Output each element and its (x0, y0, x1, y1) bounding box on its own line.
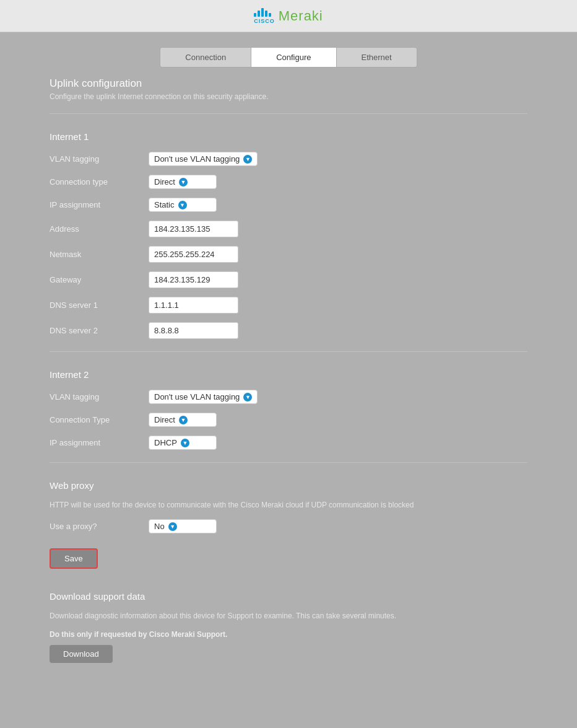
proxy-label: Use a proxy? (50, 522, 149, 531)
divider-2 (50, 351, 527, 352)
internet1-address-row: Address (50, 221, 527, 237)
internet1-dns2-row: DNS server 2 (50, 322, 527, 339)
internet1-ip-label: IP assignment (50, 200, 149, 209)
download-notice: Do this only if requested by Cisco Merak… (50, 630, 527, 639)
cisco-bar-1 (254, 13, 256, 17)
page-title: Uplink configuration (50, 77, 527, 90)
web-proxy-title: Web proxy (50, 475, 527, 491)
internet1-ip-row: IP assignment Static ▼ (50, 198, 527, 212)
internet1-dns1-label: DNS server 1 (50, 300, 149, 310)
internet2-ip-dropdown[interactable]: DHCP ▼ (149, 436, 217, 450)
main-content: Uplink configuration Configure the uplin… (0, 77, 577, 688)
internet1-connection-value: Direct (154, 177, 175, 186)
internet2-connection-dropdown[interactable]: Direct ▼ (149, 413, 217, 427)
tab-ethernet[interactable]: Ethernet (337, 48, 417, 67)
divider-1 (50, 113, 527, 114)
internet1-dns2-label: DNS server 2 (50, 326, 149, 335)
internet1-vlan-arrow-icon: ▼ (243, 155, 252, 164)
cisco-bar-5 (269, 13, 271, 17)
proxy-arrow-icon: ▼ (168, 522, 177, 531)
internet2-vlan-arrow-icon: ▼ (243, 393, 252, 401)
internet1-dns1-input[interactable] (149, 297, 238, 314)
internet1-connection-label: Connection type (50, 177, 149, 186)
tabs-container: Connection Configure Ethernet (0, 32, 577, 77)
internet1-address-label: Address (50, 224, 149, 234)
internet2-ip-value: DHCP (154, 438, 177, 447)
internet2-vlan-row: VLAN tagging Don't use VLAN tagging ▼ (50, 390, 527, 404)
internet1-ip-arrow-icon: ▼ (178, 201, 187, 209)
download-button[interactable]: Download (50, 645, 113, 663)
meraki-text: Meraki (279, 8, 323, 24)
cisco-logo: CISCO (254, 8, 275, 24)
internet1-title: Internet 1 (50, 126, 527, 142)
internet1-gateway-input[interactable] (149, 271, 238, 288)
internet1-gateway-row: Gateway (50, 271, 527, 288)
internet1-gateway-label: Gateway (50, 275, 149, 284)
download-title: Download support data (50, 586, 527, 602)
internet1-dns1-row: DNS server 1 (50, 297, 527, 314)
tabs: Connection Configure Ethernet (160, 47, 417, 68)
proxy-value: No (154, 522, 165, 531)
internet1-vlan-value: Don't use VLAN tagging (154, 154, 240, 164)
cisco-bar-3 (261, 8, 264, 17)
download-desc: Download diagnostic information about th… (50, 612, 527, 620)
internet2-vlan-label: VLAN tagging (50, 392, 149, 401)
internet1-connection-row: Connection type Direct ▼ (50, 175, 527, 189)
internet1-vlan-dropdown[interactable]: Don't use VLAN tagging ▼ (149, 152, 258, 166)
save-button[interactable]: Save (50, 548, 98, 569)
internet1-ip-dropdown[interactable]: Static ▼ (149, 198, 217, 212)
cisco-text: CISCO (254, 18, 275, 24)
proxy-row: Use a proxy? No ▼ (50, 519, 527, 533)
internet2-connection-arrow-icon: ▼ (179, 416, 188, 424)
cisco-bar-4 (265, 11, 267, 17)
internet1-netmask-label: Netmask (50, 250, 149, 259)
proxy-dropdown[interactable]: No ▼ (149, 519, 217, 533)
internet1-connection-arrow-icon: ▼ (179, 178, 188, 186)
internet1-address-input[interactable] (149, 221, 238, 237)
internet2-connection-row: Connection Type Direct ▼ (50, 413, 527, 427)
internet2-connection-label: Connection Type (50, 415, 149, 424)
internet2-vlan-dropdown[interactable]: Don't use VLAN tagging ▼ (149, 390, 258, 404)
divider-3 (50, 462, 527, 463)
internet1-ip-value: Static (154, 200, 175, 209)
internet1-netmask-input[interactable] (149, 246, 238, 263)
web-proxy-desc: HTTP will be used for the device to comm… (50, 501, 527, 509)
internet2-connection-value: Direct (154, 415, 175, 424)
internet2-ip-arrow-icon: ▼ (181, 439, 189, 447)
internet2-ip-label: IP assignment (50, 438, 149, 447)
internet2-ip-row: IP assignment DHCP ▼ (50, 436, 527, 450)
cisco-bar-2 (258, 11, 260, 17)
cisco-bars (254, 8, 275, 17)
tab-connection[interactable]: Connection (160, 48, 251, 67)
tab-configure[interactable]: Configure (251, 48, 336, 67)
header: CISCO Meraki (0, 0, 577, 32)
download-section: Download support data Download diagnosti… (50, 586, 527, 663)
internet1-netmask-row: Netmask (50, 246, 527, 263)
internet2-vlan-value: Don't use VLAN tagging (154, 392, 240, 401)
internet1-dns2-input[interactable] (149, 322, 238, 339)
internet1-connection-dropdown[interactable]: Direct ▼ (149, 175, 217, 189)
internet2-title: Internet 2 (50, 364, 527, 380)
internet1-vlan-label: VLAN tagging (50, 154, 149, 164)
page-description: Configure the uplink Internet connection… (50, 92, 527, 101)
logo-area: CISCO Meraki (254, 8, 323, 24)
internet1-vlan-row: VLAN tagging Don't use VLAN tagging ▼ (50, 152, 527, 166)
